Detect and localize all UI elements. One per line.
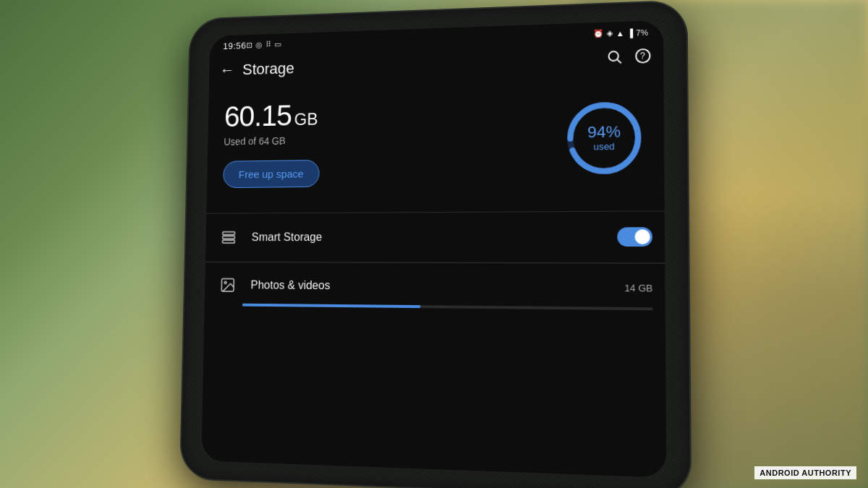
photos-label: Photos & videos bbox=[250, 279, 330, 291]
svg-rect-8 bbox=[223, 240, 235, 243]
photos-videos-row: Photos & videos 14 GB bbox=[205, 262, 665, 307]
storage-main-row: 60.15 GB Used of 64 GB Free up space bbox=[223, 90, 646, 188]
svg-text:?: ? bbox=[640, 51, 645, 61]
circle-percent: 94% bbox=[587, 123, 621, 141]
storage-sub-label: Used of 64 GB bbox=[224, 130, 563, 147]
page-title: Storage bbox=[242, 50, 606, 79]
svg-rect-7 bbox=[223, 236, 235, 239]
photos-size: 14 GB bbox=[624, 282, 652, 294]
photos-label-col: Photos & videos bbox=[250, 279, 624, 294]
phone-screen: 19:56 ⊡ ◎ ⠿ ▭ ⏰ ◈ ▲ ▐ 7% bbox=[201, 20, 666, 478]
alarm-icon: ⏰ bbox=[593, 29, 604, 38]
circle-used-label: used bbox=[587, 141, 621, 153]
search-icon[interactable] bbox=[606, 48, 623, 69]
photos-section: Photos & videos 14 GB bbox=[205, 262, 665, 310]
help-icon[interactable]: ? bbox=[634, 48, 651, 69]
svg-line-1 bbox=[617, 59, 621, 63]
database-icon bbox=[216, 225, 241, 250]
svg-point-10 bbox=[224, 281, 226, 283]
svg-point-0 bbox=[609, 51, 618, 61]
audio-icon: ⠿ bbox=[265, 40, 271, 50]
vibrate-icon: ◈ bbox=[607, 28, 613, 38]
status-icons-left: ⊡ ◎ ⠿ ▭ bbox=[246, 40, 281, 50]
wifi-icon: ▲ bbox=[616, 28, 624, 37]
free-up-space-button[interactable]: Free up space bbox=[223, 160, 320, 188]
smart-storage-label: Smart Storage bbox=[252, 230, 618, 244]
storage-content: 60.15 GB Used of 64 GB Free up space bbox=[206, 75, 664, 213]
pokeball-icon: ◎ bbox=[255, 40, 262, 50]
smart-storage-row: Smart Storage bbox=[205, 211, 665, 262]
android-authority-watermark: ANDROID AUTHORITY bbox=[754, 466, 856, 479]
status-icons-right: ⏰ ◈ ▲ ▐ 7% bbox=[593, 27, 648, 39]
storage-info: 60.15 GB Used of 64 GB Free up space bbox=[223, 93, 563, 189]
back-button[interactable]: ← bbox=[220, 61, 235, 80]
battery-text: 7% bbox=[636, 27, 648, 37]
cast-icon: ⊡ bbox=[246, 40, 252, 50]
storage-circle: 94% used bbox=[563, 96, 646, 179]
nav-actions: ? bbox=[606, 48, 652, 69]
signal-icon: ▐ bbox=[627, 28, 633, 37]
storage-gb-value: 60.15 bbox=[224, 99, 292, 134]
screen-icon: ▭ bbox=[274, 40, 281, 49]
image-icon bbox=[216, 273, 240, 298]
storage-number: 60.15 GB bbox=[224, 93, 563, 134]
storage-gb-unit: GB bbox=[294, 109, 318, 129]
svg-rect-6 bbox=[223, 232, 235, 235]
circle-center: 94% used bbox=[587, 123, 621, 153]
toggle-knob bbox=[635, 229, 650, 244]
status-time: 19:56 bbox=[223, 40, 246, 51]
phone-case: 19:56 ⊡ ◎ ⠿ ▭ ⏰ ◈ ▲ ▐ 7% bbox=[181, 1, 690, 488]
smart-storage-toggle[interactable] bbox=[617, 227, 652, 247]
